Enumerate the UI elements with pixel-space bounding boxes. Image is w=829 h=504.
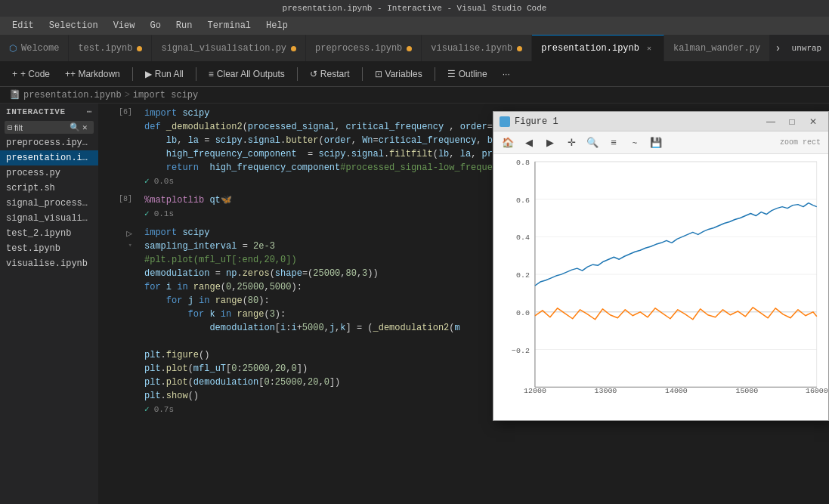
cell-run-expand[interactable]: ▾ <box>128 241 132 249</box>
svg-text:0.8: 0.8 <box>516 159 530 167</box>
svg-text:12000: 12000 <box>524 387 546 395</box>
tab-presentation[interactable]: presentation.ipynb ✕ <box>532 35 664 61</box>
plus-icon-md: + <box>65 69 70 79</box>
menu-bar: Edit Selection View Go Run Terminal Help <box>0 17 829 35</box>
tab-visualise[interactable]: visualise.ipynb <box>422 35 532 61</box>
figure-minimize-btn[interactable]: — <box>762 115 780 128</box>
figure-title-left: Figure 1 <box>500 116 558 127</box>
figure-titlebar: Figure 1 — □ ✕ <box>493 112 828 131</box>
figure-app-icon <box>500 116 510 127</box>
restart-icon: ↺ <box>310 69 317 79</box>
sidebar-item-test[interactable]: test.ipynb <box>0 241 98 256</box>
figure-maximize-btn[interactable]: □ <box>783 115 801 128</box>
fig-home-btn[interactable]: 🏠 <box>498 134 518 152</box>
toolbar-sep-3 <box>297 67 298 81</box>
tab-scroll-right[interactable]: › <box>770 35 785 61</box>
menu-terminal[interactable]: Terminal <box>201 19 257 32</box>
breadcrumb-file[interactable]: presentation.ipynb <box>23 90 122 100</box>
variables-btn[interactable]: ⊡ Variables <box>369 66 428 82</box>
sidebar-header-icons: ⋯ <box>87 107 92 116</box>
sidebar-icon-1[interactable]: ⋯ <box>87 107 92 116</box>
menu-edit[interactable]: Edit <box>6 19 40 32</box>
toolbar-sep-4 <box>362 67 363 81</box>
more-btn[interactable]: ··· <box>496 66 516 82</box>
figure-window[interactable]: Figure 1 — □ ✕ 🏠 ◀ ▶ ✛ 🔍 ≡ <box>493 111 829 421</box>
figure-close-btn[interactable]: ✕ <box>804 115 822 128</box>
sidebar-item-signal-vis[interactable]: signal_visualisation.py <box>0 211 98 226</box>
svg-text:0.6: 0.6 <box>516 196 530 205</box>
modified-dot <box>137 46 142 51</box>
sidebar-item-preprocess[interactable]: preprocess.ipynb <box>0 135 98 150</box>
clear-icon: ≡ <box>209 69 214 79</box>
figure-toolbar-left: 🏠 ◀ ▶ ✛ 🔍 ≡ ~ 💾 <box>498 134 666 152</box>
run-all-btn[interactable]: ▶ Run All <box>139 66 190 82</box>
add-markdown-btn[interactable]: + + Markdown <box>59 66 126 82</box>
sidebar-header: INTERACTIVE ⋯ <box>0 104 98 119</box>
cell-13-time: 0.7s <box>154 405 174 414</box>
restart-btn[interactable]: ↺ Restart <box>304 66 356 82</box>
svg-text:0.0: 0.0 <box>516 309 530 317</box>
modified-dot <box>291 46 296 51</box>
modified-dot <box>517 46 522 51</box>
tab-kalman[interactable]: kalman_wander.py <box>664 35 770 61</box>
fig-pan-btn[interactable]: ✛ <box>561 134 581 152</box>
tab-close-btn[interactable]: ✕ <box>644 43 654 54</box>
tab-bar: ⬡ Welcome test.ipynb signal_visualisatio… <box>0 35 829 61</box>
sidebar-item-visualise[interactable]: visualise.ipynb <box>0 256 98 271</box>
add-code-btn[interactable]: + + Code <box>6 66 56 82</box>
outline-icon: ☰ <box>447 69 456 79</box>
sidebar-search-input[interactable] <box>14 123 67 132</box>
search-icon[interactable]: 🔍 <box>70 122 80 132</box>
tab-preprocess[interactable]: preprocess.ipynb <box>306 35 422 61</box>
tab-signal-vis[interactable]: signal_visualisation.py <box>152 35 306 61</box>
sidebar-item-script[interactable]: script.sh <box>0 181 98 196</box>
tab-kalman-label: kalman_wander.py <box>673 43 760 54</box>
fig-back-btn[interactable]: ◀ <box>519 134 539 152</box>
toolbar-sep-2 <box>196 67 196 81</box>
outline-btn[interactable]: ☰ Outline <box>441 66 493 82</box>
fig-save-btn[interactable]: 💾 <box>646 134 666 152</box>
tab-welcome-label: Welcome <box>21 43 59 54</box>
tab-welcome[interactable]: ⬡ Welcome <box>0 35 69 61</box>
fig-forward-btn[interactable]: ▶ <box>540 134 560 152</box>
sidebar-item-presentation[interactable]: presentation.ipynb <box>0 150 98 165</box>
tab-signal-vis-label: signal_visualisation.py <box>161 43 286 54</box>
tab-test-ipynb[interactable]: test.ipynb <box>69 35 152 61</box>
check-icon-8: ✓ <box>144 209 150 218</box>
menu-go[interactable]: Go <box>144 19 166 32</box>
fig-zoom-btn[interactable]: 🔍 <box>583 134 602 152</box>
sidebar-item-signal-processing[interactable]: signal_processing.py <box>0 196 98 211</box>
breadcrumb: 📓 presentation.ipynb > import scipy <box>0 87 829 104</box>
title-text: presentation.ipynb - Interactive - Visua… <box>283 4 547 13</box>
figure-window-buttons: — □ ✕ <box>762 115 822 128</box>
tab-visualise-label: visualise.ipynb <box>431 43 512 54</box>
sidebar-item-test2[interactable]: test_2.ipynb <box>0 226 98 241</box>
figure-title-text: Figure 1 <box>515 116 558 127</box>
svg-text:15000: 15000 <box>735 387 758 395</box>
cell-8-gutter: [8] <box>101 193 138 203</box>
close-icon[interactable]: ✕ <box>82 122 88 132</box>
breadcrumb-section: import scipy <box>133 90 198 100</box>
cell-13-run-btn[interactable]: ▷ <box>126 227 132 240</box>
sidebar-item-process[interactable]: process.py <box>0 165 98 181</box>
sidebar-search-box[interactable]: ⊟ 🔍 ✕ <box>5 121 94 134</box>
tab-unwrap-btn[interactable]: unwrap <box>786 35 828 61</box>
plus-icon: + <box>12 69 17 79</box>
fig-edit-btn[interactable]: ~ <box>625 134 645 152</box>
svg-text:13000: 13000 <box>595 387 617 395</box>
figure-toolbar: 🏠 ◀ ▶ ✛ 🔍 ≡ ~ 💾 zoom rect <box>493 131 828 154</box>
toolbar-sep-5 <box>435 67 435 81</box>
tab-test-label: test.ipynb <box>78 43 132 54</box>
cell-8-number: [8] <box>119 195 132 203</box>
clear-outputs-btn[interactable]: ≡ Clear All Outputs <box>203 66 291 82</box>
vscode-icon: ⬡ <box>9 43 17 54</box>
tab-preprocess-label: preprocess.ipynb <box>315 43 402 54</box>
menu-view[interactable]: View <box>107 19 141 32</box>
menu-help[interactable]: Help <box>260 19 294 32</box>
menu-selection[interactable]: Selection <box>43 19 104 32</box>
menu-run[interactable]: Run <box>170 19 199 32</box>
run-icon: ▶ <box>145 69 152 79</box>
filter-icon: ⊟ <box>8 123 12 132</box>
tab-presentation-label: presentation.ipynb <box>541 43 639 54</box>
fig-subplots-btn[interactable]: ≡ <box>604 134 623 152</box>
